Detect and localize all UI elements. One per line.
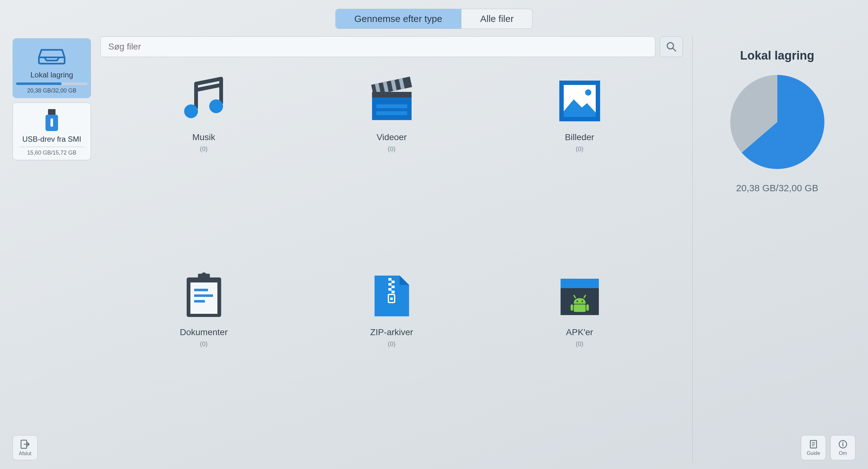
search-icon <box>666 41 677 53</box>
type-tile-zip[interactable]: ZIP-arkiver (0) <box>351 268 433 348</box>
type-count: (0) <box>576 340 583 348</box>
usb-drive-icon <box>42 108 61 133</box>
divider <box>20 147 84 147</box>
type-count: (0) <box>388 145 395 153</box>
top-tab-bar: Gennemse efter type Alle filer <box>0 0 868 36</box>
svg-point-5 <box>184 104 198 118</box>
music-icon <box>177 73 230 129</box>
svg-rect-30 <box>389 288 392 291</box>
type-count: (0) <box>200 145 207 153</box>
svg-rect-39 <box>570 304 573 311</box>
svg-rect-22 <box>190 282 217 314</box>
storage-details-panel: Lokal lagring 20,38 GB/32,00 GB <box>692 36 856 463</box>
svg-rect-34 <box>561 279 599 288</box>
type-grid: Musik (0) <box>100 66 683 463</box>
svg-rect-15 <box>376 111 407 115</box>
svg-point-6 <box>209 99 223 113</box>
svg-rect-28 <box>389 283 392 286</box>
svg-rect-29 <box>392 286 395 288</box>
tab-group: Gennemse efter type Alle filer <box>335 9 533 29</box>
type-count: (0) <box>388 340 395 348</box>
storage-size-label: 15,60 GB/15,72 GB <box>27 149 76 156</box>
sidebar-item-usb-drive[interactable]: USB-drev fra SMI 15,60 GB/15,72 GB <box>12 102 91 160</box>
svg-rect-0 <box>48 109 56 115</box>
svg-rect-40 <box>586 304 589 311</box>
type-label: APK'er <box>566 327 593 337</box>
svg-point-21 <box>202 272 207 277</box>
tab-all-files[interactable]: Alle filer <box>461 9 533 29</box>
svg-point-41 <box>576 301 578 302</box>
type-label: Billeder <box>565 132 594 142</box>
guide-label: Guide <box>807 450 820 456</box>
exit-label: Afslut <box>19 451 31 457</box>
storage-title: USB-drev fra SMI <box>22 135 81 143</box>
storage-details-title: Lokal lagring <box>740 49 814 62</box>
svg-rect-33 <box>390 298 393 300</box>
document-icon <box>177 268 230 324</box>
svg-rect-25 <box>194 300 205 303</box>
center-panel: Musik (0) <box>100 36 683 463</box>
type-tile-music[interactable]: Musik (0) <box>163 73 245 153</box>
info-icon <box>838 439 848 449</box>
type-label: Musik <box>192 132 215 142</box>
svg-point-18 <box>585 89 591 96</box>
guide-button[interactable]: Guide <box>801 435 826 460</box>
svg-rect-38 <box>574 304 586 312</box>
svg-rect-23 <box>194 289 208 291</box>
about-label: Om <box>839 450 847 456</box>
storage-details-size: 20,38 GB/32,00 GB <box>736 183 818 194</box>
storage-tray-icon <box>38 43 66 69</box>
about-button[interactable]: Om <box>830 435 856 460</box>
guide-icon <box>808 439 818 449</box>
bottom-right-buttons: Guide Om <box>801 435 856 460</box>
svg-rect-13 <box>372 92 411 98</box>
exit-button[interactable]: Afslut <box>12 435 38 460</box>
svg-point-42 <box>581 301 583 302</box>
storage-size-label: 20,38 GB/32,00 GB <box>27 88 76 94</box>
exit-icon <box>20 439 30 449</box>
type-count: (0) <box>200 340 207 348</box>
svg-rect-14 <box>376 104 407 108</box>
svg-rect-24 <box>194 294 213 297</box>
type-count: (0) <box>576 145 583 153</box>
tab-browse-by-type[interactable]: Gennemse efter type <box>336 9 461 29</box>
storage-title: Lokal lagring <box>30 71 73 79</box>
svg-line-4 <box>673 48 676 51</box>
type-tile-apk[interactable]: APK'er (0) <box>539 268 620 348</box>
sidebar-item-local-storage[interactable]: Lokal lagring 20,38 GB/32,00 GB <box>12 38 91 98</box>
storage-pie-chart <box>727 72 828 173</box>
main-area: Lokal lagring 20,38 GB/32,00 GB USB-drev… <box>0 36 868 469</box>
svg-rect-31 <box>392 291 395 293</box>
storage-progress-bar <box>16 82 88 85</box>
storage-sidebar: Lokal lagring 20,38 GB/32,00 GB USB-drev… <box>12 36 91 463</box>
storage-progress-fill <box>16 82 61 85</box>
type-tile-videos[interactable]: Videoer (0) <box>351 73 433 153</box>
zip-icon <box>365 268 418 324</box>
video-icon <box>365 73 418 129</box>
type-label: ZIP-arkiver <box>370 327 413 337</box>
search-row <box>100 36 683 57</box>
search-button[interactable] <box>660 36 683 57</box>
image-icon <box>553 73 607 129</box>
type-tile-documents[interactable]: Dokumenter (0) <box>163 268 245 348</box>
type-label: Dokumenter <box>180 327 228 337</box>
bottom-left-buttons: Afslut <box>12 435 38 460</box>
apk-icon <box>553 268 607 324</box>
type-label: Videoer <box>376 132 407 142</box>
svg-rect-27 <box>392 280 395 283</box>
type-tile-images[interactable]: Billeder (0) <box>539 73 620 153</box>
svg-rect-50 <box>843 443 843 446</box>
svg-rect-26 <box>389 278 392 280</box>
svg-rect-2 <box>51 119 53 127</box>
search-input[interactable] <box>100 36 655 57</box>
svg-point-49 <box>842 442 843 443</box>
